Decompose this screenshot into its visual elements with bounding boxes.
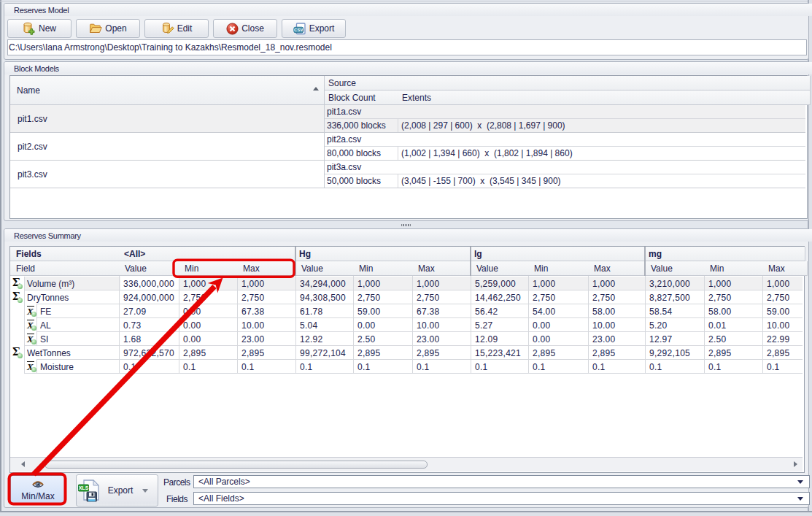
svg-text:XLS: XLS: [78, 485, 88, 490]
svg-text:CSV: CSV: [294, 28, 303, 32]
